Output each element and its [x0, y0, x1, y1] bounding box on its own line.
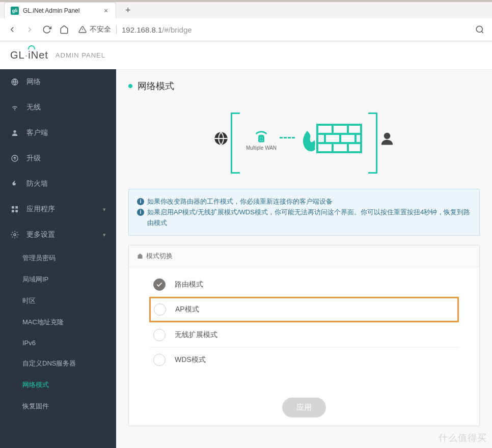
- user-icon: [10, 128, 19, 137]
- radio-button[interactable]: [154, 303, 166, 316]
- sidebar-subitem[interactable]: IPv6: [0, 333, 116, 353]
- reload-button[interactable]: [42, 24, 52, 35]
- svg-rect-10: [12, 210, 14, 212]
- home-button[interactable]: [59, 24, 69, 35]
- sidebar-item-label: 应用程序: [26, 205, 55, 214]
- svg-rect-8: [12, 206, 14, 209]
- logo: GL·iNet: [10, 49, 48, 61]
- panel-header: 模式切换: [129, 245, 479, 267]
- arrow-up-circle-icon: [10, 154, 19, 163]
- mode-option[interactable]: WDS模式: [149, 347, 459, 372]
- mode-panel: 模式切换 路由模式AP模式无线扩展模式WDS模式 应用: [128, 245, 480, 426]
- svg-point-6: [13, 130, 16, 133]
- sidebar-item-label: 防火墙: [26, 179, 48, 188]
- svg-rect-16: [317, 125, 361, 134]
- sidebar-item-user[interactable]: 客户端: [0, 120, 116, 146]
- chevron-down-icon: ▾: [103, 232, 106, 238]
- wifi-icon: [10, 103, 19, 112]
- browser-tab[interactable]: gli GL.iNet Admin Panel ×: [4, 2, 116, 18]
- svg-point-12: [14, 234, 16, 236]
- admin-panel-label: ADMIN PANEL: [56, 51, 105, 59]
- sidebar-item-label: 更多设置: [26, 230, 55, 239]
- svg-rect-11: [15, 210, 18, 212]
- sidebar-item-globe[interactable]: 网络: [0, 69, 116, 95]
- forward-button[interactable]: [24, 24, 35, 35]
- sidebar-subitem[interactable]: 管理员密码: [0, 247, 116, 269]
- chevron-down-icon: ▾: [103, 206, 106, 213]
- svg-rect-18: [317, 143, 361, 152]
- radio-button[interactable]: [153, 278, 166, 291]
- mode-option[interactable]: 无线扩展模式: [149, 322, 459, 347]
- browser-chrome: gli GL.iNet Admin Panel × + 不安全 192.168.…: [0, 0, 492, 41]
- grid-icon: [10, 205, 19, 214]
- sidebar-item-wifi[interactable]: 无线: [0, 95, 116, 120]
- page-title: 网络模式: [128, 80, 480, 92]
- svg-point-14: [261, 138, 262, 140]
- mode-option[interactable]: 路由模式: [149, 272, 459, 297]
- sidebar: 网络无线客户端升级防火墙应用程序▾更多设置▾ 管理员密码局域网IP时区MAC地址…: [0, 69, 116, 448]
- back-button[interactable]: [7, 24, 17, 35]
- close-tab-icon[interactable]: ×: [102, 7, 110, 14]
- tab-strip: gli GL.iNet Admin Panel × +: [0, 0, 492, 18]
- divider: [116, 25, 117, 34]
- sidebar-item-arrow-up-circle[interactable]: 升级: [0, 146, 116, 171]
- connection-line: [280, 137, 295, 138]
- mode-label: AP模式: [175, 305, 199, 314]
- search-icon[interactable]: [475, 24, 485, 35]
- info-icon: i: [137, 209, 144, 216]
- sidebar-subitem[interactable]: 网络模式: [0, 374, 116, 396]
- sidebar-subitem[interactable]: MAC地址克隆: [0, 312, 116, 333]
- gear-icon: [10, 230, 19, 239]
- globe-icon: [213, 131, 229, 146]
- info-icon: i: [137, 198, 144, 205]
- svg-point-5: [14, 109, 15, 110]
- bracket-icon: [368, 113, 377, 174]
- main-content: 网络模式 Multiple WAN: [116, 69, 492, 448]
- firewall-icon: [297, 121, 363, 156]
- sidebar-item-label: 无线: [26, 103, 41, 112]
- wifi-device-icon: Multiple WAN: [245, 125, 278, 155]
- favicon: gli: [11, 7, 19, 15]
- security-label: 不安全: [90, 25, 111, 34]
- new-tab-button[interactable]: +: [121, 4, 135, 17]
- url-text: 192.168.8.1/#/bridge: [122, 25, 192, 34]
- sidebar-item-grid[interactable]: 应用程序▾: [0, 197, 116, 222]
- flame-icon: [10, 179, 19, 188]
- svg-point-2: [476, 26, 482, 32]
- radio-button[interactable]: [153, 354, 166, 366]
- globe-icon: [10, 77, 19, 87]
- sidebar-item-label: 升级: [26, 154, 41, 163]
- sidebar-subitem[interactable]: 局域网IP: [0, 269, 116, 290]
- sidebar-item-gear[interactable]: 更多设置▾: [0, 222, 116, 247]
- security-badge[interactable]: 不安全: [78, 25, 111, 34]
- sidebar-item-label: 客户端: [26, 128, 48, 137]
- apply-button[interactable]: 应用: [282, 398, 326, 417]
- svg-point-26: [384, 133, 391, 139]
- dot-icon: [128, 84, 132, 88]
- info-alert: i如果你改变路由器的工作模式，你必须重新连接你的客户端设备 i如果启用AP模式/…: [128, 189, 480, 236]
- mode-option[interactable]: AP模式: [149, 297, 459, 322]
- mode-label: WDS模式: [175, 355, 206, 365]
- svg-rect-9: [15, 206, 18, 209]
- app-header: GL·iNet ADMIN PANEL: [0, 41, 492, 69]
- svg-line-3: [481, 31, 483, 33]
- home-icon: [137, 253, 143, 259]
- mode-label: 无线扩展模式: [175, 330, 217, 340]
- sidebar-subitem[interactable]: 时区: [0, 290, 116, 312]
- sidebar-item-label: 网络: [26, 77, 41, 87]
- sidebar-item-flame[interactable]: 防火墙: [0, 171, 116, 197]
- diagram-label: Multiple WAN: [246, 145, 277, 151]
- sidebar-subitem[interactable]: 自定义DNS服务器: [0, 353, 116, 374]
- url-bar[interactable]: 不安全 192.168.8.1/#/bridge: [78, 25, 468, 34]
- nav-bar: 不安全 192.168.8.1/#/bridge: [0, 18, 492, 41]
- tab-title: GL.iNet Admin Panel: [23, 7, 98, 14]
- sidebar-subitem[interactable]: 恢复固件: [0, 396, 116, 417]
- mode-label: 路由模式: [175, 280, 203, 289]
- user-icon: [379, 131, 395, 146]
- radio-button[interactable]: [153, 329, 166, 341]
- network-diagram: Multiple WAN: [128, 102, 480, 189]
- bracket-icon: [231, 113, 240, 174]
